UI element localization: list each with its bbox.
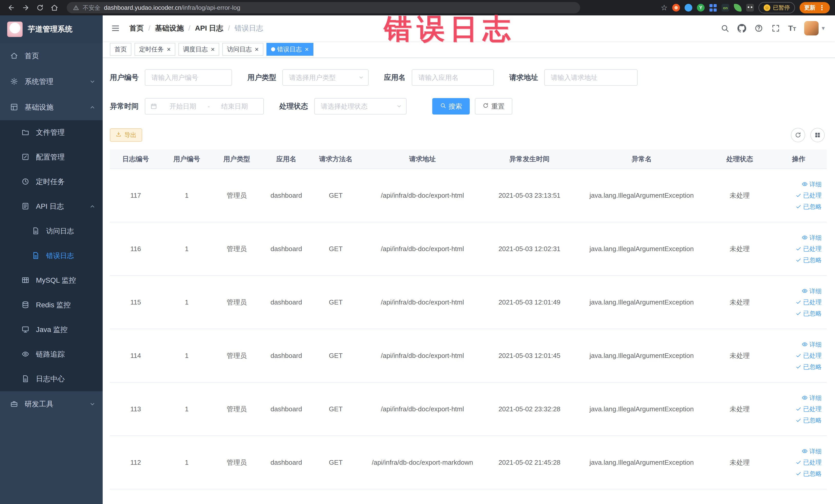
font-size-icon[interactable]: TT <box>788 24 796 33</box>
app-logo[interactable]: 芋道管理系统 <box>0 15 103 43</box>
extension-orange-icon[interactable] <box>672 4 680 12</box>
search-icon[interactable] <box>720 24 729 33</box>
close-icon[interactable]: × <box>211 46 215 53</box>
tab-item[interactable]: 调度日志× <box>178 43 219 56</box>
extension-blue-drop-icon[interactable] <box>685 4 692 12</box>
hamburger-icon[interactable] <box>110 23 121 34</box>
tab-item[interactable]: 定时任务× <box>135 43 175 56</box>
tab-item[interactable]: 访问日志× <box>222 43 263 56</box>
tab-label: 首页 <box>115 45 127 54</box>
reset-button[interactable]: 重置 <box>475 98 512 115</box>
reload-icon[interactable] <box>34 2 46 14</box>
action-processed[interactable]: 已处理 <box>795 351 822 360</box>
bookmark-star-icon[interactable]: ☆ <box>661 4 668 12</box>
action-detail[interactable]: 详细 <box>802 340 822 349</box>
action-ignored[interactable]: 已忽略 <box>795 469 822 478</box>
cell-log-id: 112 <box>110 436 161 489</box>
sidebar-item[interactable]: 日志中心 <box>0 367 103 391</box>
sidebar-item[interactable]: 研发工具 <box>0 391 103 417</box>
sidebar-item[interactable]: 链路追踪 <box>0 342 103 367</box>
extension-green-y-icon[interactable]: Y <box>697 4 705 12</box>
table-row[interactable]: 1151管理员dashboardGET/api/infra/db-doc/exp… <box>110 276 827 329</box>
close-icon[interactable]: × <box>254 46 259 53</box>
profile-paused-chip[interactable]: ☺ 已暂停 <box>758 2 795 13</box>
back-icon[interactable] <box>5 2 18 14</box>
eye-icon <box>802 181 808 187</box>
table-row[interactable]: 1171管理员dashboardGET/api/infra/db-doc/exp… <box>110 169 827 222</box>
action-processed[interactable]: 已处理 <box>795 405 822 414</box>
request-url-input[interactable] <box>544 69 638 86</box>
browser-home-icon[interactable] <box>48 2 61 14</box>
sidebar-item[interactable]: 定时任务 <box>0 169 103 194</box>
sidebar-item-label: 错误日志 <box>46 251 74 260</box>
process-status-select[interactable]: 请选择处理状态 <box>314 98 407 115</box>
action-detail[interactable]: 详细 <box>802 234 822 242</box>
tab-item[interactable]: 首页 <box>110 43 131 56</box>
action-ignored[interactable]: 已忽略 <box>795 256 822 264</box>
fullscreen-icon[interactable] <box>771 24 780 33</box>
action-ignored[interactable]: 已忽略 <box>795 363 822 371</box>
cell-app-name: dashboard <box>262 329 311 382</box>
user-menu[interactable]: ▼ <box>804 21 826 36</box>
action-processed[interactable]: 已处理 <box>795 244 822 253</box>
sidebar-item-label: 定时任务 <box>36 177 65 187</box>
sidebar-item[interactable]: 文件管理 <box>0 120 103 145</box>
sidebar-item[interactable]: 访问日志 <box>0 219 103 243</box>
close-icon[interactable]: × <box>305 46 309 53</box>
user-id-input[interactable] <box>145 69 232 86</box>
user-id-label: 用户编号 <box>110 73 139 82</box>
browser-update-button[interactable]: 更新 ⋮ <box>799 2 830 13</box>
action-processed[interactable]: 已处理 <box>795 298 822 306</box>
table-row[interactable]: 1141管理员dashboardGET/api/infra/db-doc/exp… <box>110 329 827 383</box>
sidebar-item[interactable]: MySQL 监控 <box>0 268 103 293</box>
cell-app-name: dashboard <box>262 383 311 436</box>
sidebar-item[interactable]: Redis 监控 <box>0 293 103 317</box>
sidebar-item[interactable]: Java 监控 <box>0 317 103 342</box>
breadcrumb-item[interactable]: 基础设施 <box>155 23 184 33</box>
search-button[interactable]: 搜索 <box>432 98 470 115</box>
action-ignored[interactable]: 已忽略 <box>795 202 822 211</box>
app-name-input[interactable] <box>412 69 494 86</box>
process-status-label: 处理状态 <box>279 101 308 111</box>
breadcrumb-item[interactable]: API 日志 <box>195 23 223 33</box>
cell-actions: 详细已处理已忽略 <box>771 329 827 382</box>
action-detail[interactable]: 详细 <box>802 180 822 189</box>
sidebar-item[interactable]: 基础设施 <box>0 95 103 120</box>
user-type-select[interactable]: 请选择用户类型 <box>282 69 369 86</box>
column-settings-button[interactable] <box>810 128 825 142</box>
extension-tampermonkey-icon[interactable] <box>746 4 754 12</box>
action-detail[interactable]: 详细 <box>802 394 822 402</box>
action-label: 已处理 <box>803 351 822 360</box>
action-detail[interactable]: 详细 <box>802 287 822 296</box>
action-processed[interactable]: 已处理 <box>795 458 822 467</box>
extension-grid-icon[interactable] <box>709 4 717 12</box>
chevron-down-icon <box>89 79 96 85</box>
sidebar-item[interactable]: 首页 <box>0 43 103 69</box>
navbar-actions: TT ▼ <box>720 21 826 36</box>
forward-icon[interactable] <box>20 2 32 14</box>
export-button[interactable]: 导出 <box>110 128 142 142</box>
close-icon[interactable]: × <box>167 46 171 53</box>
table-row[interactable]: 1131管理员dashboardGET/api/infra/db-doc/exp… <box>110 383 827 436</box>
extension-leaf-icon[interactable] <box>734 4 741 12</box>
github-icon[interactable] <box>737 24 746 33</box>
extension-on-badge-icon[interactable]: on <box>721 4 729 12</box>
table-row[interactable]: 1121管理员dashboardGET/api/infra/db-doc/exp… <box>110 436 827 489</box>
sidebar-item[interactable]: API 日志 <box>0 194 103 219</box>
sidebar-item[interactable]: 配置管理 <box>0 145 103 169</box>
action-label: 已忽略 <box>803 363 822 371</box>
help-icon[interactable] <box>754 24 763 33</box>
action-ignored[interactable]: 已忽略 <box>795 309 822 318</box>
action-detail[interactable]: 详细 <box>802 447 822 456</box>
request-url-label: 请求地址 <box>509 73 538 82</box>
action-ignored[interactable]: 已忽略 <box>795 416 822 425</box>
date-range-picker[interactable]: 开始日期 - 结束日期 <box>145 98 264 115</box>
sidebar-item[interactable]: 错误日志 <box>0 243 103 268</box>
sidebar-item[interactable]: 系统管理 <box>0 69 103 95</box>
cell-user-id: 1 <box>161 436 212 489</box>
tab-active[interactable]: 错误日志× <box>266 43 313 56</box>
table-row[interactable]: 1161管理员dashboardGET/api/infra/db-doc/exp… <box>110 222 827 276</box>
breadcrumb-item[interactable]: 首页 <box>129 23 144 33</box>
refresh-button[interactable] <box>791 128 805 142</box>
action-processed[interactable]: 已处理 <box>795 191 822 200</box>
